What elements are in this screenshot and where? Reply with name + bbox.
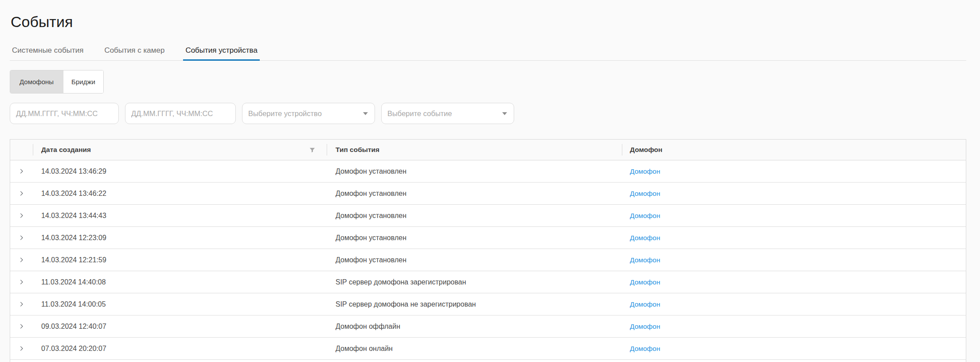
expand-cell bbox=[10, 323, 33, 330]
tab-system-events[interactable]: Системные события bbox=[10, 46, 86, 60]
event-select-value: Выберите событие bbox=[387, 109, 452, 118]
cell-date: 14.03.2024 12:23:09 bbox=[33, 234, 327, 242]
caret-down-icon bbox=[502, 112, 507, 115]
device-link[interactable]: Домофон bbox=[630, 300, 660, 308]
table-row: 09.03.2024 12:40:07 Домофон оффлайн Домо… bbox=[10, 315, 966, 338]
cell-date: 11.03.2024 14:00:05 bbox=[33, 300, 327, 308]
device-link[interactable]: Домофон bbox=[630, 190, 660, 197]
expand-cell bbox=[10, 212, 33, 219]
table-row: 14.03.2024 12:21:59 Домофон установлен Д… bbox=[10, 249, 966, 271]
cell-device: Домофон bbox=[622, 256, 966, 264]
toggle-intercoms[interactable]: Домофоны bbox=[10, 70, 63, 93]
cell-date: 07.03.2024 20:20:07 bbox=[33, 345, 327, 353]
chevron-right-icon[interactable] bbox=[18, 323, 25, 330]
expand-cell bbox=[10, 345, 33, 352]
chevron-right-icon[interactable] bbox=[18, 212, 25, 219]
chevron-right-icon[interactable] bbox=[18, 190, 25, 197]
cell-device: Домофон bbox=[622, 278, 966, 286]
device-link[interactable]: Домофон bbox=[630, 234, 660, 241]
table-row: 11.03.2024 14:00:05 SIP сервер домофона … bbox=[10, 293, 966, 315]
device-type-toggle: Домофоны Бриджи bbox=[10, 70, 104, 93]
expand-cell bbox=[10, 301, 33, 308]
header-type-column: Тип события bbox=[327, 140, 622, 160]
date-from-input[interactable] bbox=[10, 103, 119, 124]
tab-bar: Системные события События с камер Событи… bbox=[10, 46, 966, 61]
table-row: 14.03.2024 12:23:09 Домофон установлен Д… bbox=[10, 227, 966, 249]
cell-date: 14.03.2024 13:46:22 bbox=[33, 190, 327, 198]
page-title: События bbox=[11, 13, 966, 30]
caret-down-icon bbox=[363, 112, 368, 115]
cell-device: Домофон bbox=[622, 300, 966, 308]
cell-event-type: Домофон установлен bbox=[327, 190, 622, 198]
header-date-column: Дата создания bbox=[33, 140, 327, 160]
date-to-input[interactable] bbox=[125, 103, 236, 124]
cell-date: 11.03.2024 14:40:08 bbox=[33, 278, 327, 286]
cell-event-type: SIP сервер домофона не зарегистрирован bbox=[327, 300, 622, 308]
cell-device: Домофон bbox=[622, 212, 966, 220]
cell-event-type: Домофон установлен bbox=[327, 212, 622, 220]
header-device-column: Домофон bbox=[622, 140, 966, 160]
device-link[interactable]: Домофон bbox=[630, 323, 660, 330]
cell-date: 14.03.2024 13:46:29 bbox=[33, 167, 327, 175]
table-row: 14.03.2024 13:46:22 Домофон установлен Д… bbox=[10, 183, 966, 205]
expand-cell bbox=[10, 257, 33, 263]
table-row-partial bbox=[10, 360, 966, 362]
cell-event-type: Домофон установлен bbox=[327, 234, 622, 242]
tab-device-events[interactable]: События устройства bbox=[183, 46, 259, 60]
chevron-right-icon[interactable] bbox=[18, 279, 25, 285]
table-row: 14.03.2024 13:44:43 Домофон установлен Д… bbox=[10, 205, 966, 227]
table-body: 14.03.2024 13:46:29 Домофон установлен Д… bbox=[10, 160, 966, 362]
device-link[interactable]: Домофон bbox=[630, 345, 660, 352]
device-link[interactable]: Домофон bbox=[630, 256, 660, 264]
chevron-right-icon[interactable] bbox=[18, 301, 25, 308]
filters-row: Выберите устройство Выберите событие bbox=[10, 103, 966, 124]
chevron-right-icon[interactable] bbox=[18, 257, 25, 263]
header-date-label: Дата создания bbox=[41, 146, 91, 154]
cell-device: Домофон bbox=[622, 234, 966, 242]
event-select[interactable]: Выберите событие bbox=[381, 103, 514, 124]
chevron-right-icon[interactable] bbox=[18, 345, 25, 352]
cell-event-type: Домофон установлен bbox=[327, 256, 622, 264]
cell-device: Домофон bbox=[622, 345, 966, 353]
expand-cell bbox=[10, 190, 33, 197]
expand-cell bbox=[10, 279, 33, 285]
cell-device: Домофон bbox=[622, 190, 966, 198]
funnel-filter-icon[interactable] bbox=[309, 147, 315, 153]
chevron-right-icon[interactable] bbox=[18, 234, 25, 241]
chevron-right-icon[interactable] bbox=[18, 168, 25, 175]
cell-device: Домофон bbox=[622, 167, 966, 175]
tab-camera-events[interactable]: События с камер bbox=[102, 46, 167, 60]
events-table: Дата создания Тип события Домофон 14.03.… bbox=[10, 139, 966, 362]
header-expand-column bbox=[10, 140, 33, 160]
table-header: Дата создания Тип события Домофон bbox=[10, 140, 966, 160]
expand-cell bbox=[10, 168, 33, 175]
table-row: 11.03.2024 14:40:08 SIP сервер домофона … bbox=[10, 271, 966, 293]
device-link[interactable]: Домофон bbox=[630, 278, 660, 286]
device-select-value: Выберите устройство bbox=[248, 109, 322, 118]
expand-cell bbox=[10, 234, 33, 241]
events-page: События Системные события События с каме… bbox=[10, 13, 966, 362]
cell-date: 14.03.2024 12:21:59 bbox=[33, 256, 327, 264]
table-row: 14.03.2024 13:46:29 Домофон установлен Д… bbox=[10, 160, 966, 183]
toggle-bridges[interactable]: Бриджи bbox=[63, 70, 103, 93]
device-link[interactable]: Домофон bbox=[630, 212, 660, 219]
cell-event-type: Домофон оффлайн bbox=[327, 323, 622, 331]
table-row: 07.03.2024 20:20:07 Домофон онлайн Домоф… bbox=[10, 338, 966, 360]
device-link[interactable]: Домофон bbox=[630, 167, 660, 175]
cell-device: Домофон bbox=[622, 323, 966, 331]
cell-date: 14.03.2024 13:44:43 bbox=[33, 212, 327, 220]
device-select[interactable]: Выберите устройство bbox=[242, 103, 375, 124]
cell-event-type: SIP сервер домофона зарегистрирован bbox=[327, 278, 622, 286]
cell-event-type: Домофон онлайн bbox=[327, 345, 622, 353]
cell-event-type: Домофон установлен bbox=[327, 167, 622, 175]
cell-date: 09.03.2024 12:40:07 bbox=[33, 323, 327, 331]
